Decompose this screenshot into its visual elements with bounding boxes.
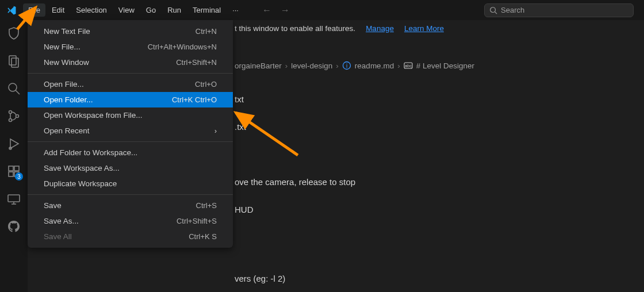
search-activity-icon[interactable] <box>6 81 21 96</box>
explorer-icon[interactable] <box>6 53 21 68</box>
breadcrumb-segment[interactable]: level-design <box>291 62 332 70</box>
source-control-icon[interactable] <box>6 109 21 124</box>
menu-view[interactable]: View <box>113 3 140 17</box>
svg-rect-6 <box>9 56 16 65</box>
chevron-right-icon: › <box>214 127 217 135</box>
file-menu-dropdown: New Text FileCtrl+N New File...Ctrl+Alt+… <box>28 20 233 248</box>
menu-open-folder[interactable]: Open Folder...Ctrl+K Ctrl+O <box>28 92 233 107</box>
search-placeholder: Search <box>501 6 524 14</box>
menu-overflow-icon[interactable]: ··· <box>227 3 244 17</box>
svg-rect-16 <box>14 166 19 171</box>
menu-open-workspace[interactable]: Open Workspace from File... <box>28 107 233 123</box>
vscode-logo-icon <box>5 3 18 17</box>
svg-rect-19 <box>8 195 20 202</box>
menu-new-text-file[interactable]: New Text FileCtrl+N <box>28 24 233 39</box>
menu-add-folder-workspace[interactable]: Add Folder to Workspace... <box>28 145 233 160</box>
search-icon <box>489 6 497 14</box>
svg-point-12 <box>16 115 19 118</box>
menu-edit[interactable]: Edit <box>47 3 70 17</box>
extensions-badge: 3 <box>15 172 23 180</box>
search-input[interactable]: Search <box>484 3 634 17</box>
breadcrumb-segment[interactable]: readme.md <box>355 62 394 70</box>
chevron-right-icon: › <box>285 62 288 70</box>
menu-save[interactable]: SaveCtrl+S <box>28 198 233 213</box>
menu-save-workspace-as[interactable]: Save Workspace As... <box>28 160 233 176</box>
svg-line-1 <box>495 11 497 14</box>
nav-back-icon[interactable]: ← <box>262 5 271 16</box>
restricted-mode-icon[interactable] <box>6 26 21 41</box>
menu-terminal[interactable]: Terminal <box>187 3 226 17</box>
svg-point-8 <box>9 83 17 91</box>
chevron-right-icon: › <box>336 62 339 70</box>
nav-forward-icon[interactable]: → <box>281 5 290 16</box>
trust-learn-link[interactable]: Learn More <box>404 24 444 33</box>
heading-symbol-icon: abc <box>404 61 413 70</box>
nav-arrows: ← → <box>262 5 290 16</box>
svg-rect-7 <box>12 58 18 67</box>
menu-selection[interactable]: Selection <box>71 3 112 17</box>
menu-file[interactable]: File <box>23 3 45 17</box>
chevron-right-icon: › <box>397 62 400 70</box>
svg-point-11 <box>9 119 12 122</box>
info-file-icon: i <box>342 61 351 70</box>
editor-text: txt .txt ove the camera, release to stop… <box>235 94 355 283</box>
svg-rect-15 <box>9 166 13 171</box>
menu-new-file[interactable]: New File...Ctrl+Alt+Windows+N <box>28 39 233 55</box>
github-icon[interactable] <box>6 219 21 234</box>
menu-run[interactable]: Run <box>162 3 186 17</box>
menu-open-file[interactable]: Open File...Ctrl+O <box>28 76 233 92</box>
menu-separator <box>28 141 233 142</box>
svg-rect-17 <box>9 172 13 176</box>
trust-manage-link[interactable]: Manage <box>366 24 394 33</box>
run-debug-icon[interactable] <box>6 136 21 151</box>
breadcrumb-segment[interactable]: # Level Designer <box>416 62 474 70</box>
svg-marker-13 <box>10 139 18 148</box>
extensions-icon[interactable]: 3 <box>6 164 21 179</box>
menu-save-all[interactable]: Save AllCtrl+K S <box>28 229 233 244</box>
svg-point-0 <box>490 7 496 12</box>
breadcrumb-segment[interactable]: orgaineBarter <box>235 62 282 70</box>
activity-bar: 3 <box>0 20 28 292</box>
menu-duplicate-workspace[interactable]: Duplicate Workspace <box>28 176 233 191</box>
menu-save-as[interactable]: Save As...Ctrl+Shift+S <box>28 213 233 229</box>
svg-point-10 <box>9 111 12 114</box>
menu-separator <box>28 73 233 74</box>
menu-go[interactable]: Go <box>141 3 161 17</box>
titlebar: File Edit Selection View Go Run Terminal… <box>0 0 644 20</box>
svg-text:i: i <box>346 63 347 69</box>
svg-text:abc: abc <box>405 64 412 68</box>
remote-icon[interactable] <box>6 191 21 206</box>
trust-text: t this window to enable all features. <box>235 24 355 33</box>
menu-separator <box>28 194 233 195</box>
menu-new-window[interactable]: New WindowCtrl+Shift+N <box>28 55 233 70</box>
menu-open-recent[interactable]: Open Recent› <box>28 123 233 139</box>
svg-line-9 <box>16 90 20 94</box>
